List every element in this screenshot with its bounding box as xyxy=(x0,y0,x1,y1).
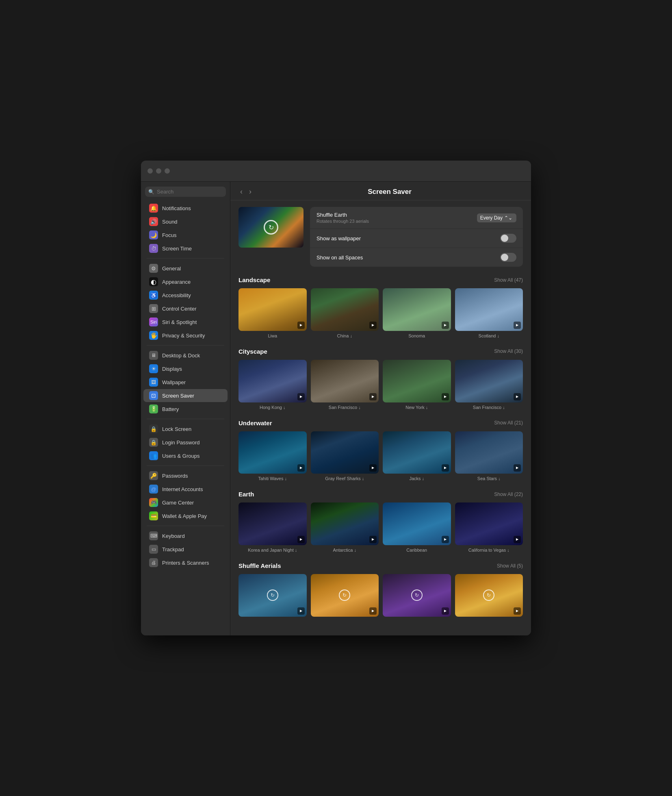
landscape-thumbnails: Liwa China ↓ Sonoma Scotland ↓ xyxy=(238,288,523,338)
greyreef-label: Gray Reef Sharks ↓ xyxy=(311,476,379,481)
titlebar xyxy=(141,161,531,182)
cityscape-header: Cityscape Show All (30) xyxy=(238,348,523,355)
sidebar-item-desktop[interactable]: 🖥 Desktop & Dock xyxy=(143,349,228,362)
underwater-item-jacks[interactable]: Jacks ↓ xyxy=(383,431,451,481)
cityscape-show-all[interactable]: Show All (30) xyxy=(494,348,523,354)
sidebar-item-screensaver[interactable]: ⊡ Screen Saver xyxy=(143,389,228,402)
underwater-show-all[interactable]: Show All (21) xyxy=(494,420,523,426)
search-box[interactable]: 🔍 xyxy=(145,187,226,197)
earth-item-caribbean[interactable]: Caribbean xyxy=(383,502,451,552)
loginpw-icon: 🔒 xyxy=(149,438,158,447)
sidebar-item-displays[interactable]: ☀ Displays xyxy=(143,362,228,375)
shuffle-aerials-item-4[interactable]: ↻ xyxy=(455,574,523,619)
notifications-icon: 🔔 xyxy=(149,204,158,213)
cityscape-item-sanfrancisco2[interactable]: San Francisco ↓ xyxy=(455,360,523,410)
tahiti-label: Tahiti Waves ↓ xyxy=(238,476,307,481)
underwater-item-seastars[interactable]: Sea Stars ↓ xyxy=(455,431,523,481)
shuffle-overlay-3: ↻ xyxy=(411,589,423,601)
shuffle-aerials-item-3[interactable]: ↻ xyxy=(383,574,451,619)
earth-item-cali[interactable]: California to Vegas ↓ xyxy=(455,502,523,552)
sidebar-item-screentime[interactable]: ⏱ Screen Time xyxy=(143,242,228,255)
landscape-title: Landscape xyxy=(238,276,270,283)
scotland-thumbnail xyxy=(455,288,523,331)
sidebar-item-privacy[interactable]: 🖐 Privacy & Security xyxy=(143,329,228,342)
wallpaper-toggle-info: Show as wallpaper xyxy=(316,235,500,241)
sidebar-label-accessibility: Accessibility xyxy=(162,292,191,298)
wallpaper-icon: 🖼 xyxy=(149,378,158,387)
sidebar-label-gamecenter: Game Center xyxy=(162,500,194,506)
sidebar-item-gamecenter[interactable]: 🎮 Game Center xyxy=(143,496,228,509)
caribbean-label: Caribbean xyxy=(383,548,451,552)
landscape-item-liwa[interactable]: Liwa xyxy=(238,288,307,338)
wallpaper-toggle[interactable] xyxy=(500,234,516,243)
sidebar-item-focus[interactable]: 🌙 Focus xyxy=(143,228,228,241)
sidebar-item-loginpassword[interactable]: 🔒 Login Password xyxy=(143,436,228,449)
sidebar-item-general[interactable]: ⚙ General xyxy=(143,262,228,275)
sidebar-item-sound[interactable]: 🔊 Sound xyxy=(143,215,228,228)
earth-item-korea[interactable]: Korea and Japan Night ↓ xyxy=(238,502,307,552)
shuffle-overlay-4: ↻ xyxy=(483,589,494,601)
sidebar-label-passwords: Passwords xyxy=(162,473,188,479)
sidebar-item-accessibility[interactable]: ♿ Accessibility xyxy=(143,289,228,302)
seastars-thumbnail xyxy=(455,431,523,474)
close-button[interactable] xyxy=(147,168,153,174)
sidebar-item-trackpad[interactable]: ▭ Trackpad xyxy=(143,543,228,556)
landscape-item-sonoma[interactable]: Sonoma xyxy=(383,288,451,338)
sidebar-item-appearance[interactable]: ◐ Appearance xyxy=(143,275,228,288)
maximize-button[interactable] xyxy=(165,168,170,174)
sidebar-item-siri[interactable]: Siri Siri & Spotlight xyxy=(143,315,228,328)
focus-icon: 🌙 xyxy=(149,231,158,239)
shuffle1-thumbnail: ↻ xyxy=(238,574,307,617)
sidebar-label-users: Users & Groups xyxy=(162,453,199,459)
preview-thumbnail[interactable]: ↻ xyxy=(238,207,303,248)
sidebar-item-users[interactable]: 👥 Users & Groups xyxy=(143,449,228,462)
sidebar-label-controlcenter: Control Center xyxy=(162,306,197,312)
cityscape-item-sanfrancisco1[interactable]: San Francisco ↓ xyxy=(311,360,379,410)
korea-thumbnail xyxy=(238,502,307,545)
cityscape-item-newyork[interactable]: New York ↓ xyxy=(383,360,451,410)
privacy-icon: 🖐 xyxy=(149,331,158,340)
sidebar-item-battery[interactable]: 🔋 Battery xyxy=(143,402,228,415)
korea-label: Korea and Japan Night ↓ xyxy=(238,548,307,552)
sidebar-item-internet[interactable]: @ Internet Accounts xyxy=(143,483,228,496)
sidebar-item-keyboard[interactable]: ⌨ Keyboard xyxy=(143,529,228,542)
earth-show-all[interactable]: Show All (22) xyxy=(494,492,523,497)
cityscape-item-hongkong[interactable]: Hong Kong ↓ xyxy=(238,360,307,410)
sonoma-thumbnail xyxy=(383,288,451,331)
underwater-item-greyreef[interactable]: Gray Reef Sharks ↓ xyxy=(311,431,379,481)
sidebar-item-wallpaper[interactable]: 🖼 Wallpaper xyxy=(143,376,228,389)
accessibility-icon: ♿ xyxy=(149,291,158,300)
forward-button[interactable]: › xyxy=(247,187,253,196)
users-icon: 👥 xyxy=(149,451,158,460)
shuffle-aerials-show-all[interactable]: Show All (5) xyxy=(497,563,523,569)
trackpad-icon: ▭ xyxy=(149,545,158,554)
sidebar-label-screensaver: Screen Saver xyxy=(162,393,194,399)
cityscape-thumbnails: Hong Kong ↓ San Francisco ↓ New York ↓ xyxy=(238,360,523,410)
earth-section: Earth Show All (22) Korea and Japan Nigh… xyxy=(238,491,523,552)
shuffle-icon: ↻ xyxy=(264,220,278,235)
underwater-item-tahiti[interactable]: Tahiti Waves ↓ xyxy=(238,431,307,481)
sidebar-item-wallet[interactable]: 💳 Wallet & Apple Pay xyxy=(143,509,228,522)
back-button[interactable]: ‹ xyxy=(238,187,244,196)
landscape-show-all[interactable]: Show All (47) xyxy=(494,277,523,283)
sidebar-divider-1 xyxy=(147,258,224,259)
sidebar-item-lockscreen[interactable]: 🔒 Lock Screen xyxy=(143,422,228,435)
sidebar-label-general: General xyxy=(162,265,181,272)
minimize-button[interactable] xyxy=(156,168,161,174)
china-thumbnail xyxy=(311,288,379,331)
sidebar-item-printers[interactable]: 🖨 Printers & Scanners xyxy=(143,556,228,569)
shuffle-aerials-item-2[interactable]: ↻ xyxy=(311,574,379,619)
sidebar-item-passwords[interactable]: 🔑 Passwords xyxy=(143,469,228,482)
spaces-toggle[interactable] xyxy=(500,253,516,262)
landscape-item-china[interactable]: China ↓ xyxy=(311,288,379,338)
sidebar-item-notifications[interactable]: 🔔 Notifications xyxy=(143,202,228,215)
top-section: ↻ Shuffle Earth Rotates through 23 aeria… xyxy=(238,207,523,267)
shuffle-aerials-item-1[interactable]: ↻ xyxy=(238,574,307,619)
sidebar-item-controlcenter[interactable]: ⊞ Control Center xyxy=(143,302,228,315)
landscape-item-scotland[interactable]: Scotland ↓ xyxy=(455,288,523,338)
page-title: Screen Saver xyxy=(256,188,523,196)
seastars-label: Sea Stars ↓ xyxy=(455,476,523,481)
frequency-dropdown[interactable]: Every Day ⌃⌄ xyxy=(477,213,516,222)
earth-item-antarctica[interactable]: Antarctica ↓ xyxy=(311,502,379,552)
search-input[interactable] xyxy=(157,189,223,195)
